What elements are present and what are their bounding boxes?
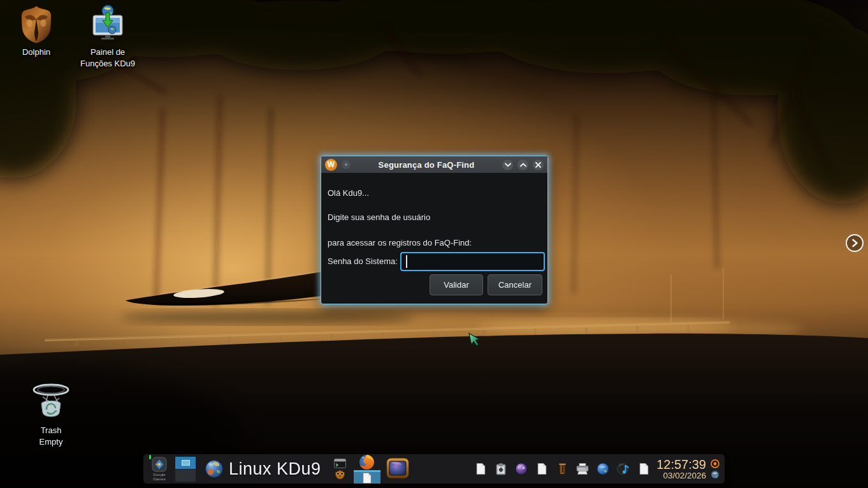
launcher-google-games[interactable]: Google Games <box>150 457 169 481</box>
active-window-title[interactable]: Linux KDu9 <box>229 459 321 479</box>
launcher-label: Google Games <box>150 473 168 481</box>
app-w-icon[interactable]: W <box>325 159 337 171</box>
document-icon <box>363 473 372 484</box>
tray-klipper-clipboard-icon[interactable] <box>495 462 507 476</box>
desktop-icon-label: Trash Empty <box>40 425 63 447</box>
validate-button[interactable]: Validar <box>430 274 483 295</box>
taskbar-panel: Google Games Linux KDu9 <box>143 454 725 484</box>
google-games-icon <box>152 457 167 472</box>
pager-window-thumb <box>182 460 190 466</box>
task-column-1 <box>334 454 346 484</box>
maximize-button[interactable] <box>517 159 528 170</box>
instruction-text-1: Digite sua senha de usuário <box>328 212 430 222</box>
tray-container-icon[interactable] <box>556 462 568 476</box>
close-icon <box>535 162 541 168</box>
chevron-up-icon <box>520 163 526 167</box>
task-document-active[interactable] <box>354 470 380 484</box>
clock-time: 12:57:39 <box>656 458 706 471</box>
tv-media-icon <box>386 457 410 481</box>
pager-desktop-2[interactable] <box>175 470 196 482</box>
tray-globe-mini-icon[interactable] <box>711 470 720 479</box>
tray-music-note-icon[interactable] <box>617 462 630 476</box>
tray-globe-network-icon[interactable] <box>597 462 609 476</box>
clock-date: 03/02/2026 <box>656 471 706 480</box>
shade-button[interactable] <box>502 159 513 170</box>
chevron-right-icon <box>851 239 858 248</box>
dialog-body: Olá Kdu9... Digite sua senha de usuário … <box>321 173 547 305</box>
desktop-icon-label: Painel de Funções KDu9 <box>80 47 135 69</box>
tray-document-icon-2[interactable] <box>535 462 548 476</box>
pager-desktop-1[interactable] <box>175 457 196 469</box>
task-column-2 <box>354 454 380 484</box>
tray-purple-orb-icon[interactable] <box>515 462 528 476</box>
greeting-text: Olá Kdu9... <box>328 188 369 198</box>
close-button[interactable] <box>533 159 544 170</box>
desktop-icon-painel-funcoes[interactable]: Painel de Funções KDu9 <box>80 3 135 69</box>
desktop-icon-trash-empty[interactable]: Trash Empty <box>24 381 78 447</box>
password-label: Senha do Sistema: <box>328 252 398 271</box>
desktop: Dolphin Painel de Funções KDu9 <box>0 0 868 488</box>
virtual-desktop-pager <box>175 457 196 482</box>
dolphin-owl-mask-icon <box>20 3 53 44</box>
owl-icon[interactable] <box>335 470 345 480</box>
cancel-button[interactable]: Cancelar <box>488 274 542 295</box>
tray-printer-icon[interactable] <box>576 462 589 476</box>
instruction-text-2: para acessar os registros do FaQ-Find: <box>328 238 472 248</box>
system-tray <box>474 462 650 476</box>
security-dialog: W Segurança do FaQ-Find Olá Kdu9... Digi… <box>321 156 548 304</box>
tray-document-icon-1[interactable] <box>474 462 487 476</box>
dialog-titlebar[interactable]: W Segurança do FaQ-Find <box>321 156 547 173</box>
running-indicator <box>149 455 151 459</box>
panel-expander-button[interactable] <box>846 234 864 252</box>
terminal-icon[interactable] <box>334 459 346 468</box>
password-input[interactable] <box>400 252 545 271</box>
chevron-down-icon <box>505 163 511 167</box>
monitor-globe-download-icon <box>90 3 125 44</box>
desktop-icon-dolphin[interactable]: Dolphin <box>9 3 64 58</box>
password-input-wrap <box>400 252 545 271</box>
desktop-icon-label: Dolphin <box>22 47 50 58</box>
empty-trash-basket-icon <box>25 381 76 422</box>
text-caret <box>406 255 407 268</box>
globe-icon <box>205 459 224 478</box>
task-firefox[interactable] <box>354 454 380 470</box>
tray-mini-column <box>711 459 720 479</box>
tray-document-icon-3[interactable] <box>637 462 650 476</box>
task-tv-media[interactable] <box>386 457 410 481</box>
dialog-title: Segurança do FaQ-Find <box>355 160 498 170</box>
tray-target-icon[interactable] <box>711 459 720 468</box>
dialog-button-row: Validar Cancelar <box>430 274 542 295</box>
firefox-icon <box>359 454 375 470</box>
digital-clock[interactable]: 12:57:39 03/02/2026 <box>656 458 706 480</box>
pin-button[interactable] <box>342 160 351 169</box>
app-icon-letter: W <box>328 161 335 168</box>
